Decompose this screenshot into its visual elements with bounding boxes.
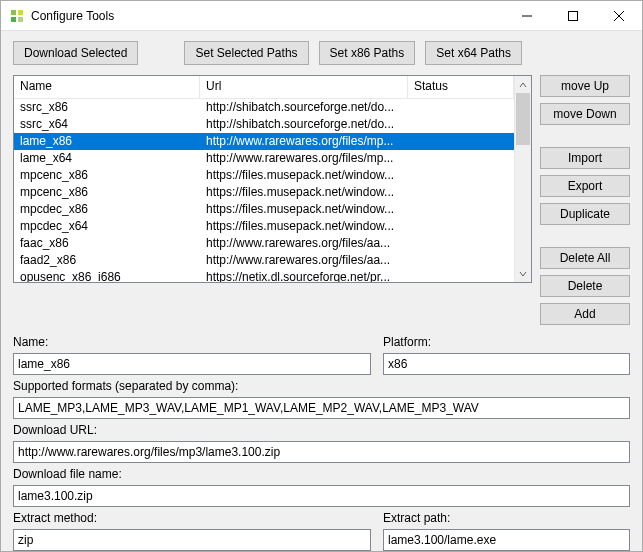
top-button-row: Download Selected Set Selected Paths Set… (13, 41, 630, 65)
platform-input[interactable] (383, 353, 630, 375)
cell-name: lame_x86 (14, 133, 200, 150)
cell-name: opusenc_x86_i686 (14, 269, 200, 282)
name-label: Name: (13, 333, 371, 351)
cell-url: http://shibatch.sourceforge.net/do... (200, 99, 408, 116)
cell-name: faac_x86 (14, 235, 200, 252)
formats-label: Supported formats (separated by comma): (13, 377, 630, 395)
window: Configure Tools Download Selected Set Se… (0, 0, 643, 552)
svg-rect-1 (18, 10, 23, 15)
extract-path-label: Extract path: (383, 509, 630, 527)
name-input[interactable] (13, 353, 371, 375)
mid-area: Name Url Status ssrc_x86http://shibatch.… (13, 75, 630, 325)
move-up-button[interactable]: move Up (540, 75, 630, 97)
table-row[interactable]: mpcenc_x86https://files.musepack.net/win… (14, 184, 514, 201)
cell-name: ssrc_x86 (14, 99, 200, 116)
cell-url: http://www.rarewares.org/files/aa... (200, 235, 408, 252)
delete-button[interactable]: Delete (540, 275, 630, 297)
import-button[interactable]: Import (540, 147, 630, 169)
cell-url: http://www.rarewares.org/files/mp... (200, 150, 408, 167)
column-header-name[interactable]: Name (14, 76, 200, 98)
form-area: Name: Platform: Supported formats (separ… (13, 333, 630, 551)
svg-rect-0 (11, 10, 16, 15)
export-button[interactable]: Export (540, 175, 630, 197)
cell-url: http://www.rarewares.org/files/aa... (200, 252, 408, 269)
download-file-label: Download file name: (13, 465, 630, 483)
content: Download Selected Set Selected Paths Set… (1, 31, 642, 552)
table-row[interactable]: opusenc_x86_i686https://netix.dl.sourcef… (14, 269, 514, 282)
move-down-button[interactable]: move Down (540, 103, 630, 125)
cell-url: https://files.musepack.net/window... (200, 167, 408, 184)
scrollbar-track[interactable] (515, 93, 531, 265)
cell-name: mpcenc_x86 (14, 184, 200, 201)
column-header-url[interactable]: Url (200, 76, 408, 98)
extract-method-label: Extract method: (13, 509, 371, 527)
download-selected-button[interactable]: Download Selected (13, 41, 138, 65)
minimize-button[interactable] (504, 1, 550, 31)
tools-table[interactable]: Name Url Status ssrc_x86http://shibatch.… (13, 75, 532, 283)
add-button[interactable]: Add (540, 303, 630, 325)
cell-url: https://files.musepack.net/window... (200, 184, 408, 201)
scrollbar-thumb[interactable] (516, 93, 530, 145)
cell-name: ssrc_x64 (14, 116, 200, 133)
download-file-input[interactable] (13, 485, 630, 507)
cell-name: faad2_x86 (14, 252, 200, 269)
svg-rect-3 (18, 17, 23, 22)
vertical-scrollbar[interactable] (514, 76, 531, 282)
cell-name: mpcdec_x64 (14, 218, 200, 235)
cell-status (408, 218, 514, 235)
cell-status (408, 201, 514, 218)
extract-method-input[interactable] (13, 529, 371, 551)
extract-path-input[interactable] (383, 529, 630, 551)
side-buttons: move Up move Down Import Export Duplicat… (540, 75, 630, 325)
set-selected-paths-button[interactable]: Set Selected Paths (184, 41, 308, 65)
table-row[interactable]: faad2_x86http://www.rarewares.org/files/… (14, 252, 514, 269)
table-row[interactable]: lame_x86http://www.rarewares.org/files/m… (14, 133, 514, 150)
cell-url: http://shibatch.sourceforge.net/do... (200, 116, 408, 133)
set-x64-paths-button[interactable]: Set x64 Paths (425, 41, 522, 65)
cell-status (408, 150, 514, 167)
table-row[interactable]: mpcdec_x64https://files.musepack.net/win… (14, 218, 514, 235)
download-url-input[interactable] (13, 441, 630, 463)
cell-status (408, 235, 514, 252)
window-title: Configure Tools (31, 9, 114, 23)
svg-rect-5 (569, 11, 578, 20)
app-icon (9, 8, 25, 24)
scroll-down-arrow-icon[interactable] (515, 265, 531, 282)
duplicate-button[interactable]: Duplicate (540, 203, 630, 225)
column-header-status[interactable]: Status (408, 76, 514, 98)
cell-status (408, 116, 514, 133)
download-url-label: Download URL: (13, 421, 630, 439)
cell-status (408, 99, 514, 116)
table-row[interactable]: lame_x64http://www.rarewares.org/files/m… (14, 150, 514, 167)
maximize-button[interactable] (550, 1, 596, 31)
cell-name: lame_x64 (14, 150, 200, 167)
table-row[interactable]: faac_x86http://www.rarewares.org/files/a… (14, 235, 514, 252)
titlebar: Configure Tools (1, 1, 642, 31)
set-x86-paths-button[interactable]: Set x86 Paths (319, 41, 416, 65)
table-row[interactable]: ssrc_x86http://shibatch.sourceforge.net/… (14, 99, 514, 116)
cell-url: https://netix.dl.sourceforge.net/pr... (200, 269, 408, 282)
cell-url: https://files.musepack.net/window... (200, 218, 408, 235)
table-header: Name Url Status (14, 76, 514, 99)
svg-rect-2 (11, 17, 16, 22)
table-body: ssrc_x86http://shibatch.sourceforge.net/… (14, 99, 514, 282)
cell-url: http://www.rarewares.org/files/mp... (200, 133, 408, 150)
cell-status (408, 252, 514, 269)
delete-all-button[interactable]: Delete All (540, 247, 630, 269)
platform-label: Platform: (383, 333, 630, 351)
cell-status (408, 184, 514, 201)
formats-input[interactable] (13, 397, 630, 419)
cell-status (408, 167, 514, 184)
scroll-up-arrow-icon[interactable] (515, 76, 531, 93)
cell-url: https://files.musepack.net/window... (200, 201, 408, 218)
cell-name: mpcdec_x86 (14, 201, 200, 218)
cell-name: mpcenc_x86 (14, 167, 200, 184)
cell-status (408, 269, 514, 282)
table-row[interactable]: ssrc_x64http://shibatch.sourceforge.net/… (14, 116, 514, 133)
close-button[interactable] (596, 1, 642, 31)
table-row[interactable]: mpcenc_x86https://files.musepack.net/win… (14, 167, 514, 184)
cell-status (408, 133, 514, 150)
table-row[interactable]: mpcdec_x86https://files.musepack.net/win… (14, 201, 514, 218)
